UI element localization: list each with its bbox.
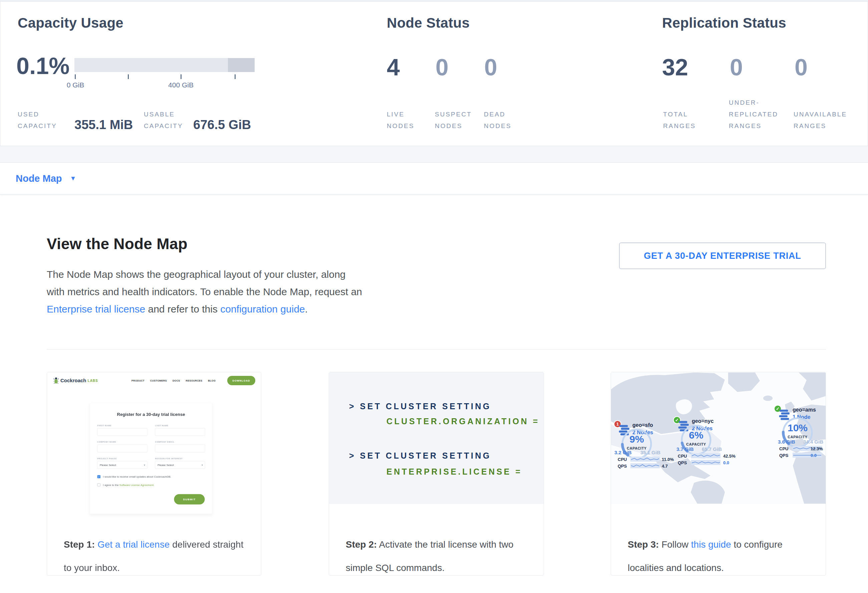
tick-label-400gib: 400 GiB (168, 81, 193, 89)
nav-blog[interactable]: BLOG (208, 379, 216, 382)
cluster-summary-panel: Capacity Usage 0.1% 0 GiB 400 GiB USED C… (0, 1, 868, 146)
enterprise-trial-license-link[interactable]: Enterprise trial license (47, 303, 145, 315)
live-nodes-count: 4 (387, 56, 400, 79)
email-updates-checkbox[interactable]: ✓ (97, 475, 101, 478)
used-capacity-label: USED CAPACITY (18, 108, 57, 132)
dead-nodes-label: DEAD NODES (484, 108, 512, 132)
trial-registration-form: Register for a 30-day trial license FIRS… (90, 403, 212, 514)
minisite-nav: PRODUCT CUSTOMERS DOCS RESOURCES BLOG DO… (131, 376, 255, 385)
select-arrow-icon: ▾ (202, 461, 203, 469)
used-capacity-value: 355.1 MiB (74, 118, 133, 132)
axis-tick (235, 74, 236, 79)
reason-for-interest-select[interactable]: Please Select ▾ (155, 461, 205, 469)
minisite-header: Cockroach LABS PRODUCT CUSTOMERS DOCS RE… (47, 372, 261, 389)
submit-button[interactable]: SUBMIT (174, 494, 205, 505)
capacity-usage-title: Capacity Usage (18, 15, 124, 31)
nav-customers[interactable]: CUSTOMERS (150, 379, 167, 382)
background-band (0, 146, 868, 162)
step1-caption: Step 1: Get a trial license delivered st… (47, 519, 261, 576)
get-enterprise-trial-button[interactable]: GET A 30-DAY ENTERPRISE TRIAL (619, 243, 826, 269)
cpu-sparkline (691, 453, 720, 458)
step1-card: Cockroach LABS PRODUCT CUSTOMERS DOCS RE… (47, 372, 261, 576)
live-nodes-label: LIVE NODES (387, 108, 415, 132)
nav-product[interactable]: PRODUCT (131, 379, 145, 382)
qps-sparkline (691, 460, 720, 465)
total-ranges-label: TOTAL RANGES (663, 108, 696, 132)
cockroach-bug-icon (53, 377, 59, 384)
capacity-bar-chart (74, 58, 255, 72)
company-email-field[interactable] (155, 444, 205, 452)
under-replicated-count: 0 (730, 56, 743, 79)
select-arrow-icon: ▾ (144, 461, 145, 469)
axis-tick (75, 74, 76, 79)
this-guide-link[interactable]: this guide (691, 539, 731, 550)
under-replicated-label: UNDER- REPLICATED RANGES (729, 97, 778, 132)
download-button[interactable]: DOWNLOAD (227, 376, 255, 385)
company-name-field[interactable] (97, 444, 148, 452)
node-map-thumbnail: 1 geo=sfo 2 Nodes 9% CAPACITY 3.2 GiB 35… (611, 372, 826, 504)
step3-card: 1 geo=sfo 2 Nodes 9% CAPACITY 3.2 GiB 35… (611, 372, 826, 576)
replication-status-title: Replication Status (662, 15, 786, 31)
capacity-gauge-ams: 10% CAPACITY (779, 414, 816, 451)
sql-code-block: > SET CLUSTER SETTING CLUSTER.ORGANIZATI… (329, 372, 544, 504)
suspect-nodes-count: 0 (435, 56, 449, 79)
last-name-field[interactable] (155, 428, 205, 436)
capacity-gauge-nyc: 6% CAPACITY (678, 422, 714, 458)
project-phase-select[interactable]: Please Select ▾ (97, 461, 148, 469)
dead-nodes-count: 0 (484, 56, 497, 79)
suspect-nodes-label: SUSPECT NODES (435, 108, 472, 132)
step2-caption: Step 2: Activate the trial license with … (329, 519, 544, 576)
axis-tick (180, 74, 182, 79)
qps-sparkline (630, 463, 660, 468)
node-map-dropdown[interactable]: Node Map (16, 173, 62, 184)
usable-capacity-value: 676.5 GiB (193, 118, 251, 132)
node-status-title: Node Status (387, 15, 469, 31)
capacity-percent: 0.1% (16, 54, 70, 78)
tick-label-0gib: 0 GiB (67, 81, 84, 89)
capacity-bar-dark-segment (228, 58, 255, 72)
node-map-description: The Node Map shows the geographical layo… (47, 266, 362, 318)
cpu-sparkline (630, 456, 660, 462)
step3-caption: Step 3: Follow this guide to configure l… (611, 519, 826, 576)
total-ranges-count: 32 (662, 56, 688, 79)
unavailable-count: 0 (794, 56, 807, 79)
section-divider (47, 349, 826, 350)
usable-capacity-label: USABLE CAPACITY (144, 108, 183, 132)
form-title: Register for a 30-day trial license (97, 412, 205, 417)
step2-card: > SET CLUSTER SETTING CLUSTER.ORGANIZATI… (329, 372, 544, 576)
view-selector-bar: Node Map ▼ (0, 162, 868, 194)
software-license-agreement-link[interactable]: Software License Agreement. (120, 483, 155, 486)
license-agreement-checkbox[interactable] (97, 483, 101, 487)
registration-site-thumbnail: Cockroach LABS PRODUCT CUSTOMERS DOCS RE… (47, 372, 261, 521)
qps-sparkline (793, 453, 822, 458)
get-trial-license-link[interactable]: Get a trial license (97, 539, 170, 550)
nav-docs[interactable]: DOCS (173, 379, 180, 382)
unavailable-ranges-label: UNAVAILABLE RANGES (794, 108, 847, 132)
chevron-down-icon[interactable]: ▼ (70, 175, 77, 182)
page-title: View the Node Map (47, 235, 187, 253)
cockroach-labs-logo: Cockroach LABS (53, 377, 98, 384)
axis-tick (128, 74, 129, 79)
configuration-guide-link[interactable]: configuration guide (220, 303, 305, 315)
nav-resources[interactable]: RESOURCES (186, 379, 202, 382)
first-name-field[interactable] (97, 428, 148, 436)
